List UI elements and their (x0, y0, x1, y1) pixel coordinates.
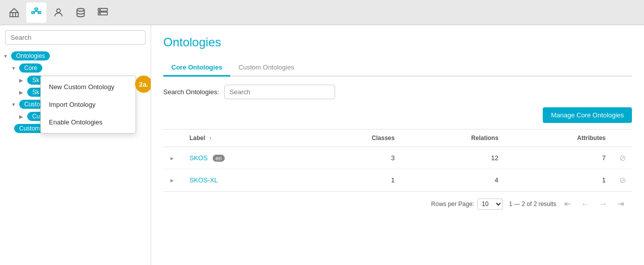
svg-rect-0 (10, 13, 19, 17)
manage-core-ontologies-button[interactable]: Manage Core Ontologies (543, 107, 632, 123)
ontology-search-input[interactable] (224, 85, 335, 99)
svg-rect-1 (35, 8, 38, 10)
col-action (612, 129, 632, 147)
search-label: Search Ontologies: (163, 88, 219, 96)
badge-2a: 2a. (135, 76, 151, 93)
rows-per-page-select[interactable]: 10 25 50 100 (477, 198, 503, 210)
context-menu-item-enable[interactable]: Enable Ontologies (41, 113, 136, 131)
skos-classes: 3 (308, 147, 401, 169)
tab-custom-ontologies[interactable]: Custom Ontologies (230, 59, 302, 77)
pagination-row: Rows per Page: 10 25 50 100 1 — 2 of 2 r… (163, 191, 632, 216)
skos-xl-no-entry: ⊘ (612, 169, 632, 191)
skos-xl-classes: 1 (308, 169, 401, 191)
search-area: Search Ontologies: (163, 85, 632, 99)
skos-lang-badge: en (213, 155, 225, 162)
ontologies-badge: Ontologies (11, 51, 50, 60)
sidebar: ▼ Ontologies ▼ Core ▶ Sk ▶ Sk ▼ Custo ▶ … (0, 25, 151, 265)
no-entry-icon: ⊘ (619, 154, 626, 162)
last-page-button[interactable]: ⇥ (615, 198, 626, 210)
table-row: ► SKOS-XL 1 4 1 ⊘ (163, 169, 632, 191)
collapse-arrow-custom: ▼ (11, 102, 17, 107)
core-badge: Core (19, 63, 42, 73)
first-page-button[interactable]: ⇤ (562, 198, 573, 210)
server-icon[interactable] (93, 3, 113, 23)
tree-item-ontologies[interactable]: ▼ Ontologies (0, 50, 151, 62)
results-text: 1 — 2 of 2 results (509, 201, 556, 208)
tabs: Core Ontologies Custom Ontologies (163, 59, 632, 77)
tab-core-ontologies[interactable]: Core Ontologies (163, 59, 230, 77)
tree-item-core[interactable]: ▼ Core (8, 62, 151, 74)
skos-link[interactable]: SKOS (189, 154, 208, 162)
row-label-skos-xl: SKOS-XL (183, 169, 308, 191)
context-menu: New Custom Ontology Import Ontology Enab… (40, 76, 136, 134)
user-icon[interactable] (48, 3, 69, 23)
topbar (0, 0, 644, 25)
svg-point-11 (100, 9, 101, 10)
col-expand (163, 129, 183, 147)
svg-point-7 (56, 9, 60, 12)
manage-btn-row: Manage Core Ontologies (163, 107, 632, 123)
table-row: ► SKOS en 3 12 7 ⊘ (163, 147, 632, 169)
svg-point-12 (100, 13, 101, 14)
skos-attributes: 7 (504, 147, 612, 169)
prev-page-button[interactable]: ← (579, 198, 591, 210)
rows-per-page-label: Rows per Page: (431, 201, 474, 208)
database-icon[interactable] (71, 3, 91, 23)
ontology-table: Label ↑ Classes Relations Attributes ► (163, 129, 632, 191)
skos-relations: 12 (401, 147, 504, 169)
svg-point-8 (77, 8, 85, 11)
skos-xl-relations: 4 (401, 169, 504, 191)
sort-arrow-up: ↑ (209, 135, 212, 141)
col-label[interactable]: Label ↑ (183, 129, 308, 147)
collapse-arrow-core: ▼ (11, 65, 17, 71)
row-expand-arrow[interactable]: ► (163, 147, 183, 169)
rows-per-page: Rows per Page: 10 25 50 100 (431, 198, 503, 210)
hierarchy-icon[interactable] (26, 3, 46, 23)
skos-xl-attributes: 1 (504, 169, 612, 191)
collapse-arrow: ▼ (3, 53, 9, 59)
context-menu-item-import[interactable]: Import Ontology (41, 96, 136, 113)
expand-arrow-custom-child: ▶ (19, 114, 25, 119)
home-icon[interactable] (4, 3, 24, 23)
skos-xl-link[interactable]: SKOS-XL (189, 176, 218, 184)
row-label-skos: SKOS en (183, 147, 308, 169)
sidebar-search-input[interactable] (5, 30, 146, 45)
col-classes: Classes (308, 129, 401, 147)
main-layout: ▼ Ontologies ▼ Core ▶ Sk ▶ Sk ▼ Custo ▶ … (0, 25, 644, 265)
expand-arrow-sub2: ▶ (19, 90, 25, 95)
col-relations: Relations (401, 129, 504, 147)
content-area: Ontologies Core Ontologies Custom Ontolo… (151, 25, 644, 265)
skos-no-entry: ⊘ (612, 147, 632, 169)
row-expand-arrow-xl[interactable]: ► (163, 169, 183, 191)
context-menu-item-new[interactable]: New Custom Ontology (41, 78, 136, 96)
col-attributes: Attributes (504, 129, 612, 147)
label-col-header: Label (189, 135, 205, 142)
next-page-button[interactable]: → (597, 198, 609, 210)
expand-arrow-sub1: ▶ (19, 78, 25, 83)
page-title: Ontologies (163, 35, 632, 49)
no-entry-icon-xl: ⊘ (619, 176, 626, 184)
